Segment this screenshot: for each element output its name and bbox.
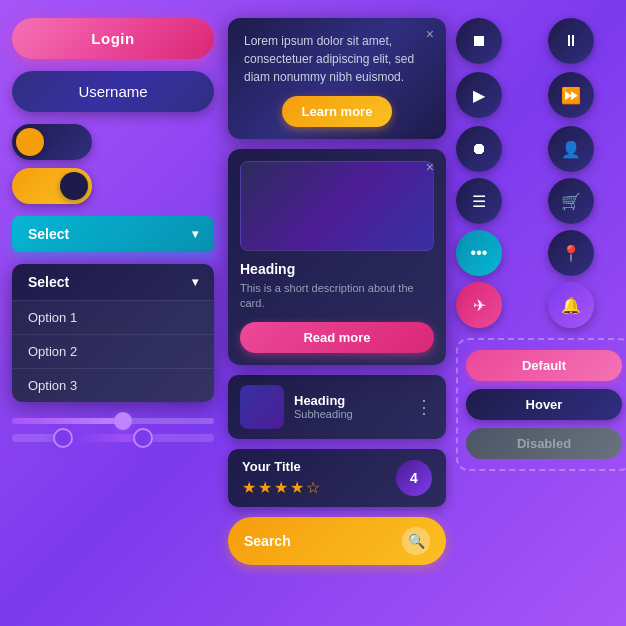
slider-1[interactable] [12, 418, 214, 424]
icon-buttons-row-3: ••• 📍 [456, 230, 626, 276]
login-button[interactable]: Login [12, 18, 214, 59]
right-column: ⏹ ⏸ ▶ ⏩ ⏺ 👤 ☰ 🛒 ••• 📍 ✈ 🔔 Default Hover … [452, 18, 626, 608]
dropdown-open: Select ▾ Option 1 Option 2 Option 3 [12, 264, 214, 402]
dropdown-option-1[interactable]: Option 1 [12, 300, 214, 334]
ellipsis-icon-button[interactable]: ••• [456, 230, 502, 276]
star-rating[interactable]: ★★★★☆ [242, 478, 322, 497]
button-variants-group: Default Hover Disabled [456, 338, 626, 471]
icon-buttons-row-1: ⏺ 👤 [456, 126, 626, 172]
slider-2-fill [63, 434, 144, 442]
icon-buttons-row-2: ☰ 🛒 [456, 178, 626, 224]
select-button[interactable]: Select ▾ [12, 216, 214, 252]
hover-button[interactable]: Hover [466, 389, 622, 420]
media-controls-top: ⏹ ⏸ ▶ ⏩ [456, 18, 626, 118]
close-icon-2[interactable]: × [426, 159, 434, 175]
read-more-button[interactable]: Read more [240, 322, 434, 353]
product-heading: Heading [240, 261, 434, 277]
slider-1-fill [12, 418, 123, 424]
rating-info: Your Title ★★★★☆ [242, 459, 322, 497]
slider-1-thumb[interactable] [114, 412, 132, 430]
rating-badge: 4 [396, 460, 432, 496]
list-item-heading: Heading [294, 393, 405, 408]
product-card: × Heading This is a short description ab… [228, 149, 446, 365]
left-column: Login Username Select ▾ Select ▾ Option … [12, 18, 222, 608]
location-icon-button[interactable]: 📍 [548, 230, 594, 276]
send-icon-button[interactable]: ✈ [456, 282, 502, 328]
record-button[interactable]: ⏺ [456, 126, 502, 172]
toggle-group [12, 124, 214, 204]
username-button[interactable]: Username [12, 71, 214, 112]
cart-icon-button[interactable]: 🛒 [548, 178, 594, 224]
learn-more-button[interactable]: Learn more [282, 96, 393, 127]
slider-2-left-thumb[interactable] [53, 428, 73, 448]
close-icon[interactable]: × [426, 26, 434, 42]
icon-buttons-row-4: ✈ 🔔 [456, 282, 626, 328]
middle-column: × Lorem ipsum dolor sit amet, consectetu… [222, 18, 452, 608]
disabled-button: Disabled [466, 428, 622, 459]
search-bar[interactable]: Search 🔍 [228, 517, 446, 565]
pause-button[interactable]: ⏸ [548, 18, 594, 64]
toggle-1-thumb [16, 128, 44, 156]
list-item-text-group: Heading Subheading [294, 393, 405, 420]
toggle-1[interactable] [12, 124, 92, 160]
menu-icon-button[interactable]: ☰ [456, 178, 502, 224]
notification-card: × Lorem ipsum dolor sit amet, consectetu… [228, 18, 446, 139]
user-icon-button[interactable]: 👤 [548, 126, 594, 172]
rating-card: Your Title ★★★★☆ 4 [228, 449, 446, 507]
product-image [240, 161, 434, 251]
search-label: Search [244, 533, 291, 549]
toggle-2-thumb [60, 172, 88, 200]
dropdown-selected-label: Select [28, 274, 69, 290]
product-description: This is a short description about the ca… [240, 281, 434, 312]
notification-text: Lorem ipsum dolor sit amet, consectetuer… [244, 32, 430, 86]
chevron-down-icon: ▾ [192, 227, 198, 241]
toggle-2[interactable] [12, 168, 92, 204]
list-item-card: Heading Subheading ⋮ [228, 375, 446, 439]
dropdown-option-2[interactable]: Option 2 [12, 334, 214, 368]
fast-forward-button[interactable]: ⏩ [548, 72, 594, 118]
more-options-icon[interactable]: ⋮ [415, 396, 434, 418]
sliders-group [12, 418, 214, 442]
bell-icon-button[interactable]: 🔔 [548, 282, 594, 328]
select-label: Select [28, 226, 69, 242]
default-button[interactable]: Default [466, 350, 622, 381]
play-button[interactable]: ▶ [456, 72, 502, 118]
rating-title: Your Title [242, 459, 322, 474]
dropdown-option-3[interactable]: Option 3 [12, 368, 214, 402]
list-item-thumbnail [240, 385, 284, 429]
slider-2[interactable] [12, 434, 214, 442]
search-icon: 🔍 [402, 527, 430, 555]
dropdown-header[interactable]: Select ▾ [12, 264, 214, 300]
chevron-down-icon-2: ▾ [192, 275, 198, 289]
list-item-subheading: Subheading [294, 408, 405, 420]
stop-button[interactable]: ⏹ [456, 18, 502, 64]
slider-2-right-thumb[interactable] [133, 428, 153, 448]
